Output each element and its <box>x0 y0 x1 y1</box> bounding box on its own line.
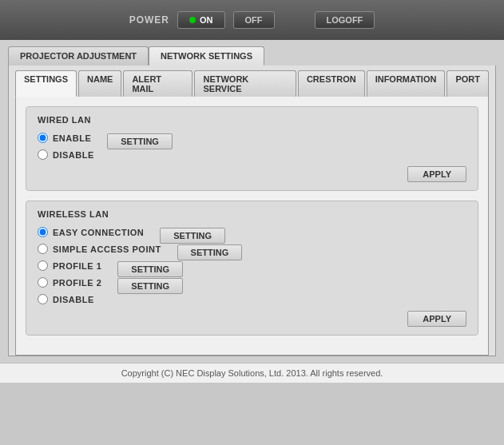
wireless-easy-connection-row: EASY CONNECTION SETTING <box>38 227 466 244</box>
power-on-label: ON <box>200 15 213 25</box>
tabs-container: SETTINGS NAME ALERT MAIL NETWORK SERVICE… <box>8 66 496 356</box>
wireless-easy-connection-label: EASY CONNECTION <box>53 228 144 237</box>
copyright-text: Copyright (C) NEC Display Solutions, Ltd… <box>121 368 383 378</box>
wireless-disable-label: DISABLE <box>53 295 94 304</box>
tab-name[interactable]: NAME <box>78 70 121 97</box>
easy-connection-setting-button[interactable]: SETTING <box>160 228 225 244</box>
tab-alert-mail[interactable]: ALERT MAIL <box>123 70 192 97</box>
tab-network-service[interactable]: NETWORK SERVICE <box>194 70 296 97</box>
wireless-profile1-row: PROFILE 1 SETTING <box>38 260 466 277</box>
wired-lan-apply-row: APPLY <box>38 166 466 182</box>
wireless-profile1-label: PROFILE 1 <box>53 261 101 271</box>
profile1-setting-button[interactable]: SETTING <box>117 261 183 277</box>
main-content: PROJECTOR ADJUSTMENT NETWORK SETTINGS SE… <box>0 40 504 363</box>
content-area: WIRED LAN ENABLE SETTING DISABLE APPLY <box>15 97 489 356</box>
wired-lan-title: WIRED LAN <box>38 115 466 125</box>
wireless-profile2-row: PROFILE 2 SETTING <box>38 277 466 294</box>
tab-information[interactable]: INFORMATION <box>367 70 446 97</box>
power-on-indicator <box>189 17 196 23</box>
power-off-button[interactable]: OFF <box>233 11 275 29</box>
tab-crestron[interactable]: CRESTRON <box>298 70 365 97</box>
tab-network-settings[interactable]: NETWORK SETTINGS <box>149 46 264 66</box>
wired-enable-label: ENABLE <box>53 133 91 143</box>
simple-ap-setting-button[interactable]: SETTING <box>177 244 243 260</box>
wireless-simple-ap-radio[interactable] <box>38 244 48 254</box>
wireless-simple-ap-label: SIMPLE ACCESS POINT <box>53 244 161 254</box>
wireless-lan-apply-button[interactable]: APPLY <box>407 311 466 327</box>
logoff-button[interactable]: LOGOFF <box>315 11 375 29</box>
wired-lan-setting-button[interactable]: SETTING <box>107 133 173 149</box>
profile2-setting-button[interactable]: SETTING <box>117 278 183 294</box>
wireless-easy-connection-radio[interactable] <box>38 227 48 237</box>
wireless-profile2-label: PROFILE 2 <box>53 278 101 288</box>
wireless-profile1-radio[interactable] <box>38 260 48 271</box>
power-on-button[interactable]: ON <box>177 11 225 29</box>
wireless-lan-panel: WIRELESS LAN EASY CONNECTION SETTING SIM… <box>26 201 478 336</box>
tab-settings[interactable]: SETTINGS <box>15 70 77 97</box>
wireless-disable-radio[interactable] <box>38 294 48 304</box>
tabs-level1: PROJECTOR ADJUSTMENT NETWORK SETTINGS <box>8 46 496 66</box>
wired-enable-radio[interactable] <box>38 133 48 143</box>
wireless-disable-row: DISABLE <box>38 294 466 304</box>
wireless-lan-apply-row: APPLY <box>38 311 466 327</box>
wired-lan-disable-row: DISABLE <box>38 149 466 160</box>
wired-lan-panel: WIRED LAN ENABLE SETTING DISABLE APPLY <box>26 106 478 191</box>
wired-lan-enable-row: ENABLE SETTING <box>38 133 466 149</box>
power-label: POWER <box>129 14 169 26</box>
footer: Copyright (C) NEC Display Solutions, Ltd… <box>0 363 504 383</box>
top-bar: POWER ON OFF LOGOFF <box>0 0 504 40</box>
wired-lan-apply-button[interactable]: APPLY <box>407 166 466 182</box>
tabs-level2: SETTINGS NAME ALERT MAIL NETWORK SERVICE… <box>15 70 489 97</box>
tab-projector-adjustment[interactable]: PROJECTOR ADJUSTMENT <box>8 46 149 66</box>
tab-port[interactable]: PORT <box>446 70 489 97</box>
wireless-simple-access-point-row: SIMPLE ACCESS POINT SETTING <box>38 244 466 260</box>
wireless-profile2-radio[interactable] <box>38 277 48 288</box>
wired-disable-radio[interactable] <box>38 149 48 160</box>
wired-disable-label: DISABLE <box>53 150 94 160</box>
wireless-lan-title: WIRELESS LAN <box>38 209 466 219</box>
